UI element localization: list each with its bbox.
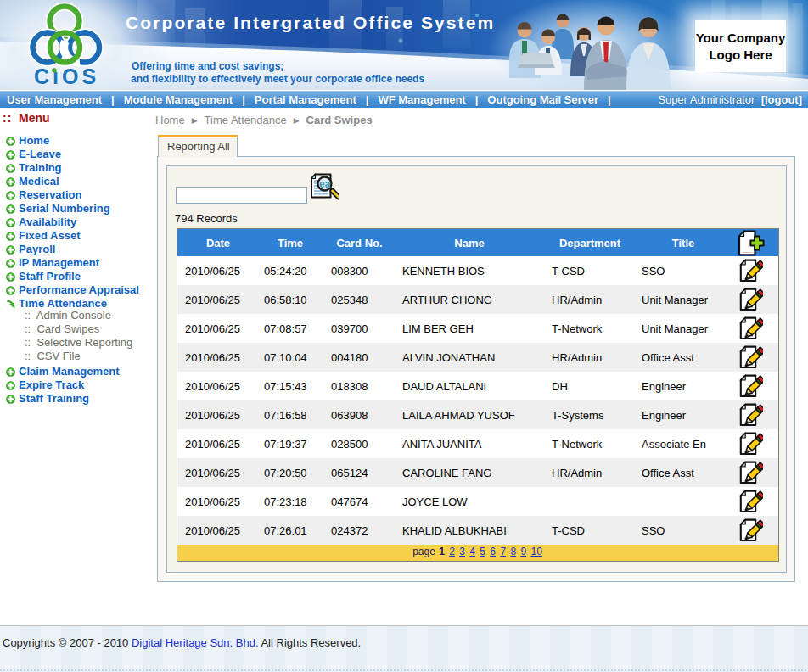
svg-text:CıOS: CıOS	[34, 64, 99, 88]
